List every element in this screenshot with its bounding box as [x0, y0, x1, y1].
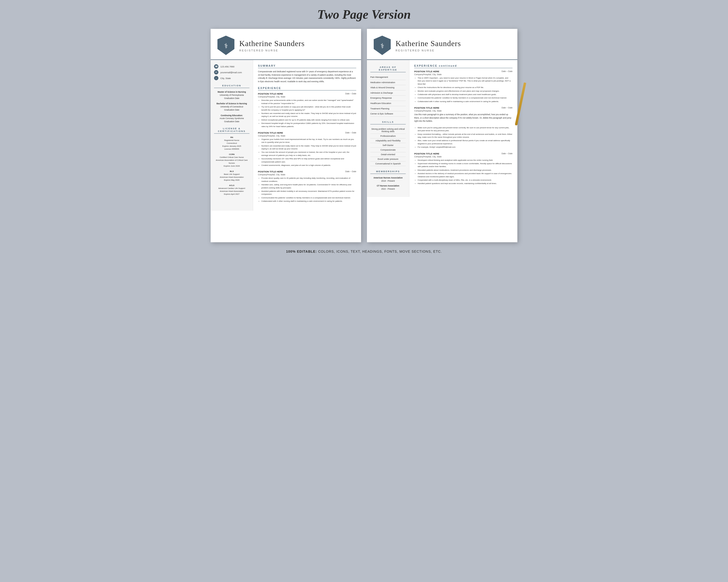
job2-date-2: Date – Date — [501, 152, 513, 155]
summary-text: Compassionate and dedicated registered n… — [258, 70, 356, 83]
job2-title-1: POSITION TITLE HERE — [414, 107, 439, 109]
experience-continued-heading: EXPERIENCE continued — [414, 64, 513, 68]
bullet: Assisted patients with limited mobility … — [261, 190, 356, 196]
resume-header-2: ⚕ Katherine Saunders REGISTERED NURSE — [367, 29, 517, 60]
right-column-1: SUMMARY Compassionate and dedicated regi… — [253, 60, 361, 211]
bullet: Monitor and evaluate progress and effect… — [418, 90, 513, 93]
svg-text:⚕: ⚕ — [224, 42, 228, 50]
job-date-1: Date – Date — [345, 132, 356, 134]
footer-bold: 100% EDITABLE: — [286, 250, 317, 253]
area-item-4: Emergency Response — [370, 95, 406, 101]
bullet: Cooperated with a multi-disciplinary tea… — [418, 179, 513, 182]
skill-item-5: Detail-oriented — [370, 152, 406, 157]
job2-company-0: Company/Hospital, City, State — [414, 73, 513, 76]
right-column-2: EXPERIENCE continued POSITION TITLE HERE… — [409, 60, 517, 197]
job-bullets-2: Provide direct quality care to 20 patien… — [258, 177, 356, 203]
job-bullets-1: Organize your bullets from most impressi… — [258, 138, 356, 167]
job-entry-0: POSITION TITLE HERE Date – Date Company/… — [258, 92, 356, 128]
phone-icon: ☎ — [214, 64, 218, 68]
job2-date-0: Date – Date — [501, 70, 513, 73]
job2-bullets-2: Developed critical thinking and analytic… — [414, 159, 513, 185]
area-item-2: Vitals & Wound Dressing — [370, 85, 406, 90]
area-item-6: Treatment Planning — [370, 106, 406, 112]
bullet: For example, EmilyC ampbellRN@mail.com — [418, 146, 513, 149]
bullet: Organize your bullets from most impressi… — [261, 138, 356, 144]
skill-item-4: Compassionate — [370, 148, 406, 152]
skill-item-7: Conversational in Spanish — [370, 162, 406, 166]
medical-logo-1: ⚕ — [217, 36, 234, 55]
job-header-0: POSITION TITLE HERE Date – Date — [258, 92, 356, 95]
job-company-2: Company/Hospital, City, State — [258, 173, 356, 176]
svg-text:⚕: ⚕ — [381, 42, 384, 50]
skill-item-3: Self-Starter — [370, 143, 406, 148]
bullet: Communicated the patients' condition to … — [418, 96, 513, 100]
experience-heading-1: EXPERIENCE — [258, 87, 356, 90]
areas-heading: AREAS OFEXPERTISE — [370, 66, 406, 72]
resumes-container: ⚕ Katherine Saunders REGISTERED NURSE ☎ … — [194, 29, 534, 242]
bullet: Decreased hospital length of stay for po… — [261, 122, 356, 128]
bullet: Developed critical thinking and analytic… — [418, 159, 513, 162]
job-company-0: Company/Hospital, City, State — [258, 95, 356, 98]
job-entry-1: POSITION TITLE HERE Date – Date Company/… — [258, 132, 356, 167]
bullet: This is VERY important – you need to sav… — [418, 77, 513, 86]
location-icon: ⌂ — [214, 76, 218, 80]
bullet: Assisted doctors in the delivery of medi… — [418, 172, 513, 178]
bullet: Describe your achievements while in this… — [261, 99, 356, 105]
cert-rn: RN Registered Nurse Connecticut Expires … — [214, 136, 250, 150]
footer-bar: 100% EDITABLE: COLORS, ICONS, TEXT, HEAD… — [286, 250, 442, 253]
footer-text: COLORS, ICONS, TEXT, HEADINGS, FONTS, MO… — [318, 250, 442, 253]
area-item-3: Admission & Discharge — [370, 90, 406, 96]
job-date-0: Date – Date — [345, 92, 356, 95]
email-icon: ✉ — [214, 70, 218, 75]
job2-header-0: POSITION TITLE HERE Date – Date — [414, 70, 513, 73]
job-header-1: POSITION TITLE HERE Date – Date — [258, 132, 356, 134]
license-heading: LICENSE & CERTIFICATIONS — [214, 127, 250, 134]
applicant-name-2: Katherine Saunders — [395, 39, 461, 48]
bullet: Numbers are essential and really stand o… — [261, 144, 356, 150]
bullet: Supervised refurbishing of meeting rooms… — [418, 162, 513, 168]
job-title-0: POSITION TITLE HERE — [258, 92, 283, 95]
applicant-name-1: Katherine Saunders — [239, 39, 305, 48]
skill-item-2: Adaptability and Flexibility — [370, 138, 406, 143]
left-column-2: AREAS OFEXPERTISE Pain Management Medica… — [367, 60, 409, 197]
job-title-1: POSITION TITLE HERE — [258, 132, 283, 134]
area-item-0: Pain Management — [370, 75, 406, 80]
skills-heading: SKILLS — [370, 120, 406, 124]
summary-heading: SUMMARY — [258, 64, 356, 68]
resume-page-1: ⚕ Katherine Saunders REGISTERED NURSE ☎ … — [211, 29, 361, 242]
area-item-7: Cerner & Epic Software — [370, 111, 406, 117]
skill-item-1: Professionalism — [370, 134, 406, 138]
job-bullets-0: Describe your achievements while in this… — [258, 99, 356, 128]
resume-page-2: ⚕ Katherine Saunders REGISTERED NURSE AR… — [367, 29, 517, 242]
header-text-1: Katherine Saunders REGISTERED NURSE — [239, 39, 305, 52]
header-text-2: Katherine Saunders REGISTERED NURSE — [395, 39, 461, 52]
job-date-2: Date – Date — [345, 170, 356, 173]
job2-bullets-1: Make sure you're using past and present … — [414, 126, 513, 149]
applicant-title-2: REGISTERED NURSE — [395, 49, 461, 52]
resume-header-1: ⚕ Katherine Saunders REGISTERED NURSE — [211, 29, 361, 60]
job2-bullets-0: This is VERY important – you need to sav… — [414, 77, 513, 103]
job2-entry-1: POSITION TITLE HERE Date – Date Company/… — [414, 107, 513, 149]
job-title-2: POSITION TITLE HERE — [258, 170, 283, 173]
bullet: Also, make sure your email address is pr… — [418, 139, 513, 145]
job-company-1: Company/Hospital, City, State — [258, 135, 356, 137]
applicant-title-1: REGISTERED NURSE — [239, 49, 305, 52]
edu-item-2: Continuing Education: Acute Coronary Syn… — [214, 114, 250, 123]
job2-entry-0: POSITION TITLE HERE Date – Date Company/… — [414, 70, 513, 103]
bullet: Created assessments, diagnoses, and plan… — [261, 164, 356, 167]
job2-intro-1: Use this main paragraph to give a summar… — [414, 113, 513, 123]
bullet: Keep consistent formatting – either incl… — [418, 133, 513, 139]
bullet: Collaborated with 4 other nursing staff … — [418, 100, 513, 103]
job2-title-0: POSITION TITLE HERE — [414, 70, 439, 73]
bullet: Try not to just list your job duties or … — [261, 106, 356, 112]
bullet: Handled patient questions and kept accur… — [418, 182, 513, 185]
bullet: Provide direct quality care to 20 patien… — [261, 177, 356, 183]
left-column-1: ☎ 123.456.7890 ✉ youremail@mail.com ⌂ Ci… — [211, 60, 253, 211]
membership-1: CT Nurses Association 2022 - Present — [370, 184, 406, 191]
edu-item-1: Bachelor of Science in Nursing Universit… — [214, 102, 250, 111]
resume-body-2: AREAS OFEXPERTISE Pain Management Medica… — [367, 60, 517, 197]
contact-phone: ☎ 123.456.7890 — [214, 64, 250, 68]
job2-header-2: POSITION TITLE HERE Date – Date — [414, 152, 513, 155]
skill-item-0: Strong problem solving and critical thin… — [370, 127, 406, 134]
job2-title-2: POSITION TITLE HERE — [414, 152, 439, 155]
